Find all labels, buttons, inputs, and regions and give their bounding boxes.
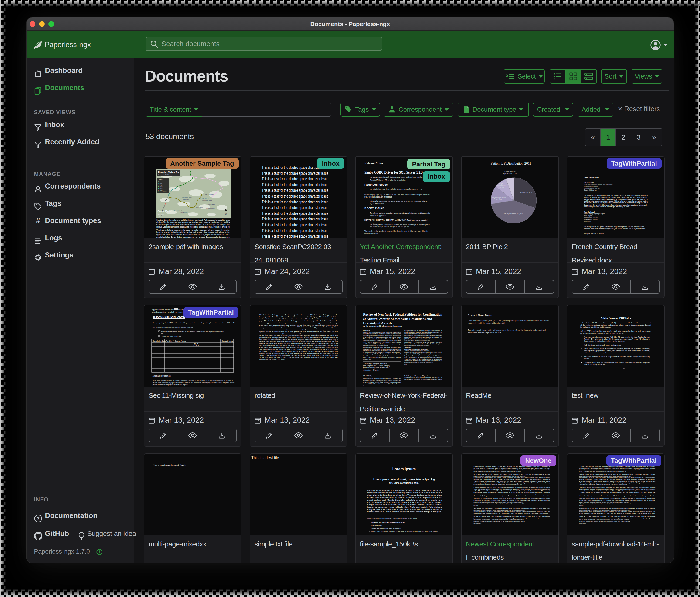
svg-text:vulputate sapien, quis tincidu: vulputate sapien, quis tincidunt eros. N… xyxy=(579,503,631,504)
svg-text:cursus. Etiam tellus magna, eg: cursus. Etiam tellus magna, egestas ac s… xyxy=(156,226,230,228)
svg-text:scelerisque augue justo vel en: scelerisque augue justo vel enim. Proin … xyxy=(473,477,550,478)
svg-text:When querying large SQL_NUMERI: When querying large SQL_NUMERIC or SQL_D… xyxy=(365,193,430,196)
svg-text:expeditiously, with an average: expeditiously, with an average time from… xyxy=(363,347,401,348)
svg-text:Day4: Day4 xyxy=(159,186,162,187)
svg-text:sodales ultrices dictum. Praes: sodales ultrices dictum. Praesent auctor… xyxy=(473,493,550,495)
svg-text:Pre-hypertension, 212, 42%: Pre-hypertension, 212, 42% xyxy=(504,213,523,215)
svg-text:platea dictumst. Maecenas ultr: platea dictumst. Maecenas ultrices aliqu… xyxy=(579,517,655,519)
svg-text:Stage 2: Stage 2 xyxy=(499,183,504,185)
svg-text:first page. It's a lot of text: first page. It's a lot of text. This is … xyxy=(259,338,339,340)
svg-text:Yes: Yes xyxy=(228,322,231,324)
svg-text:on the first page. It's a lot: on the first page. It's a lot of text. T… xyxy=(259,334,339,336)
svg-text:District Court for the Souther: District Court for the Southern District… xyxy=(363,338,401,339)
svg-text:aliquet eu. Integer vestibulum: aliquet eu. Integer vestibulum, ipsum ve… xyxy=(579,475,631,477)
svg-text:N\A: N\A xyxy=(193,343,199,346)
svg-text:Aliquam et ex interdum, rutrum: Aliquam et ex interdum, rutrum neque ut,… xyxy=(579,498,655,499)
svg-text:priorities of U.S. and New Yor: priorities of U.S. and New York law, the… xyxy=(404,342,443,343)
svg-text:judgment of 42 weeks for all a: judgment of 42 weeks for all arbitration… xyxy=(362,349,401,350)
svg-text:the text that appears on the f: the text that appears on the first page.… xyxy=(259,318,339,319)
svg-text:I have successfully completed: I have successfully completed the hours … xyxy=(152,379,233,381)
svg-text:which accounted for 68 post-aw: which accounted for 68 post-award procee… xyxy=(404,357,442,358)
svg-text:Review of New York Federal Pet: Review of New York Federal Petitions for… xyxy=(363,312,442,316)
svg-text:The following issues have been: The following issues have been resolved … xyxy=(370,188,422,190)
svg-text:Vestibulum neque massa, sceler: Vestibulum neque massa, scelerisque sit … xyxy=(367,489,442,492)
svg-text:consectetur.: consectetur. xyxy=(473,522,481,524)
svg-text:Maecenas non lorem quis tellus: Maecenas non lorem quis tellus placerat … xyxy=(371,521,405,523)
svg-text:This issue has been resolved.: This issue has been resolved. You can no… xyxy=(370,200,427,202)
svg-text:This is a test for the double: This is a test for the double space char… xyxy=(262,199,328,205)
svg-text:write to odbcinst.ini: write to odbcinst.ini xyxy=(364,232,378,235)
svg-text:consectetur nec. Aenean sceler: consectetur nec. Aenean scelerisque rutr… xyxy=(579,511,655,512)
svg-text:malesuada ipsum cursus convall: malesuada ipsum cursus convallis. Maecen… xyxy=(367,496,442,498)
svg-text:To run the script, drag a fold: To run the script, drag a folder with im… xyxy=(468,329,545,331)
svg-text:i: i xyxy=(99,550,100,554)
svg-text:amet egestas neque aliquam ut.: amet egestas neque aliquam ut. Sed dui m… xyxy=(579,512,655,514)
svg-text:This is a test for the double: This is a test for the double space char… xyxy=(262,194,328,198)
svg-text:Washington Island: Washington Island xyxy=(202,200,212,201)
svg-text:This is the text that appears: This is the text that appears on the fir… xyxy=(259,336,339,338)
svg-text:to final judgment was shorter,: to final judgment was shorter, at 35 wee… xyxy=(363,352,401,353)
svg-text:This is a test for the double: This is a test for the double space char… xyxy=(262,205,328,210)
svg-text:ullamcorper dignissim posuere.: ullamcorper dignissim posuere. Mauris fa… xyxy=(579,482,655,483)
svg-text:Aenean congue fringilla justo: Aenean congue fringilla justo ut aliquam… xyxy=(371,527,401,529)
svg-text:Day6: Day6 xyxy=(159,189,162,191)
svg-text:?: ? xyxy=(37,516,40,521)
svg-text:To allay any possible concern: To allay any possible concern that Ameri… xyxy=(363,331,401,333)
svg-text:subject matters. Of the 200 pe: subject matters. Of the 200 petitions re… xyxy=(404,353,432,355)
svg-text:In tincidunt elit id dignissim: In tincidunt elit id dignissim facilisis… xyxy=(579,474,655,475)
svg-text:of text. This is the text that: of text. This is the text that appears o… xyxy=(259,354,339,356)
svg-text:largest number were labor and: largest number were labor and employment… xyxy=(404,355,443,357)
svg-text:PDF files always print correct: PDF files always print correctly on any … xyxy=(584,344,621,346)
svg-text:final judgment was 42 weeks, [: final judgment was 42 weeks, [and for] xyxy=(363,365,390,367)
svg-text:consectetur nec. Aenean sceler: consectetur nec. Aenean scelerisque rutr… xyxy=(473,511,550,512)
svg-text:Salt, 20 grams: Salt, 20 grams xyxy=(584,220,591,222)
svg-text:Boundary Waters Trip: Boundary Waters Trip xyxy=(158,171,179,173)
svg-text:Lorem ipsum dolor sit amet, co: Lorem ipsum dolor sit amet, consectetur … xyxy=(473,465,550,467)
svg-text:Contact Sheet Demo: Contact Sheet Demo xyxy=(468,314,492,317)
svg-text:arbitrations…35 weeks.": arbitrations…35 weeks." xyxy=(363,369,380,371)
svg-text:Adobe Acrobat PDF Files: Adobe Acrobat PDF Files xyxy=(601,316,631,320)
svg-text:software, and version incompat: software, and version incompatibilities. xyxy=(584,352,610,354)
svg-text:petitions resulting from inter: petitions resulting from international xyxy=(363,367,389,369)
svg-text:nullifying arbitral awards. Th: nullifying arbitral awards. The Federal … xyxy=(404,336,442,338)
svg-text:time from filing of the initia: time from filing of the initial petition… xyxy=(404,330,442,331)
svg-text:text that appears on the first: text that appears on the first page. It'… xyxy=(259,322,339,324)
svg-text:sodales ultrices dictum. Praes: sodales ultrices dictum. Praesent auctor… xyxy=(579,493,655,495)
svg-text:platea dictumst. Maecenas ultr: platea dictumst. Maecenas ultrices aliqu… xyxy=(473,517,550,519)
svg-text:("FAA") applies to both domest: ("FAA") applies to both domestic and int… xyxy=(404,338,432,340)
svg-text:proof of attendance and progra: proof of attendance and program content … xyxy=(152,384,188,386)
svg-text:I am submitting documentation: I am submitting documentation of continu… xyxy=(152,326,195,328)
svg-text:Day1: Day1 xyxy=(159,181,162,183)
svg-text:scelerisque augue justo vel en: scelerisque augue justo vel enim. Proin … xyxy=(579,477,655,478)
svg-text:ullamcorper dignissim posuere.: ullamcorper dignissim posuere. Mauris fa… xyxy=(473,482,550,483)
svg-text:Lincoln Island: Lincoln Island xyxy=(208,204,215,205)
svg-text:Autolyse: Rest for 35 minutes.: Autolyse: Rest for 35 minutes. xyxy=(584,233,605,235)
svg-text:driver, or an application.: driver, or an application. xyxy=(370,214,386,217)
svg-text:This is a test for the double: This is a test for the double space char… xyxy=(262,176,328,181)
svg-text:Maecenas mauris lectus, lobort: Maecenas mauris lectus, lobortis et puru… xyxy=(367,517,417,519)
svg-text:the petitions presented to the: the petitions presented to the Southern … xyxy=(404,378,442,380)
svg-text:Attestation Statement: Attestation Statement xyxy=(152,375,171,377)
svg-text:odio. Mauris ut libero at nisi: odio. Mauris ut libero at nisi faucibus … xyxy=(473,490,550,492)
svg-text:N: N xyxy=(225,213,227,215)
svg-text:This is a test for the double: This is a test for the double space char… xyxy=(262,188,328,193)
svg-text:and in keeping with New York l: and in keeping with New York law and Ame… xyxy=(363,353,401,355)
svg-text:Distribution of Awards and Pro: Distribution of Awards and Proceedings xyxy=(404,349,428,350)
svg-text:on the first page. It's a lot: on the first page. It's a lot of text. T… xyxy=(259,357,339,358)
svg-text:Vestibulum eleifend, ligula a: Vestibulum eleifend, ligula a scelerisqu… xyxy=(156,229,230,231)
svg-text:Integer lacinia ante ac libero: Integer lacinia ante ac libero lobortis … xyxy=(367,504,442,506)
svg-text:Release Notes: Release Notes xyxy=(365,162,383,165)
svg-text:ante sit amet, egestas justo.: ante sit amet, egestas justo. Etiam fauc… xyxy=(579,519,629,520)
svg-text:year-end 2011. The petitions r: year-end 2011. The petitions reviewed in… xyxy=(363,383,401,384)
svg-text:consequat lacus. Phasellus dap: consequat lacus. Phasellus dapibus nulla… xyxy=(579,492,655,493)
svg-text:intervention of courts in the: intervention of courts in the results of… xyxy=(404,343,443,344)
svg-text:Isolated Systolic: Isolated Systolic xyxy=(504,171,516,172)
svg-text:est. Curabitur semper arcu ac: est. Curabitur semper arcu ac ligula sem… xyxy=(367,501,442,503)
svg-text:HIERARCHYID, GEOGRAPHY, GEOMET: HIERARCHYID, GEOGRAPHY, GEOMETRY, and SQ… xyxy=(365,219,427,221)
svg-text:The free Acrobat Reader is eas: The free Acrobat Reader is easy to downl… xyxy=(584,356,650,358)
svg-text:odio. Mauris ut libero at nisi: odio. Mauris ut libero at nisi faucibus … xyxy=(579,490,655,492)
svg-text:Contact Hours: Contact Hours xyxy=(222,340,233,342)
svg-text:As noted, the arbitrations tha: As noted, the arbitrations that gave ris… xyxy=(404,350,429,351)
svg-text:of: of xyxy=(363,385,364,386)
svg-text:laoreet quis tempor et, posuer: laoreet quis tempor et, posuere et est. … xyxy=(579,509,630,511)
